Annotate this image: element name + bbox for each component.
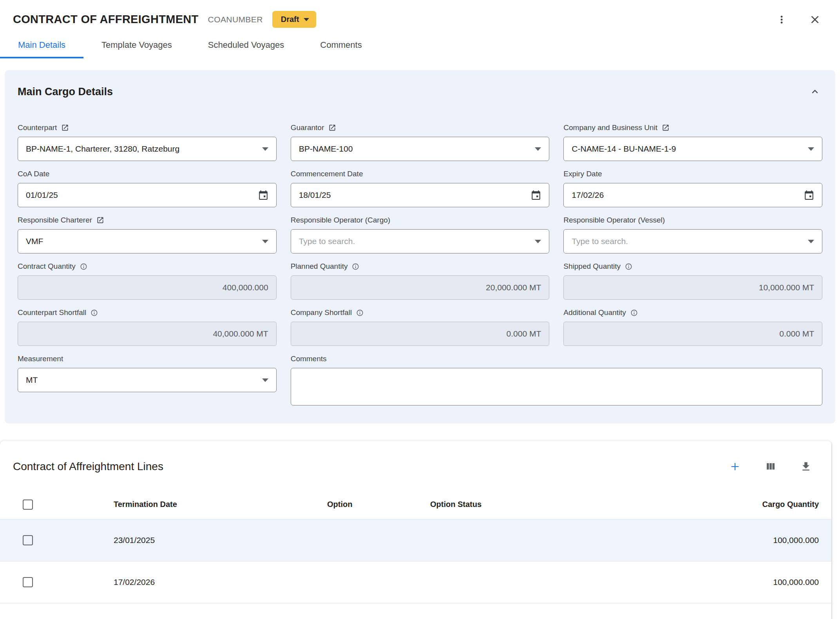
contract-quantity-label: Contract Quantity: [18, 262, 76, 271]
header-actions: [774, 12, 823, 27]
section-header: Main Cargo Details: [18, 84, 822, 99]
measurement-select[interactable]: MT: [18, 368, 277, 392]
info-icon[interactable]: [91, 309, 98, 317]
counterpart-shortfall-value: 40,000.000 MT: [213, 329, 268, 338]
tab-bar: Main Details Template Voyages Scheduled …: [0, 33, 840, 58]
company-shortfall-field: 0.000 MT: [291, 322, 550, 346]
info-icon[interactable]: [352, 263, 359, 270]
external-link-icon[interactable]: [328, 124, 336, 132]
cargo-quantity-cell: 100,000.000: [599, 561, 831, 603]
column-header-termination-date[interactable]: Termination Date: [114, 490, 327, 519]
planned-quantity-value: 20,000.000 MT: [486, 283, 541, 292]
responsible-operator-cargo-label: Responsible Operator (Cargo): [291, 216, 391, 224]
calendar-icon[interactable]: [531, 190, 541, 200]
column-header-cargo-quantity[interactable]: Cargo Quantity: [599, 490, 831, 519]
company-shortfall-value: 0.000 MT: [507, 329, 541, 338]
company-business-unit-select[interactable]: C-NAME-14 - BU-NAME-1-9: [563, 137, 822, 161]
table-header-row: Termination Date Option Option Status Ca…: [0, 490, 831, 519]
expiry-date-input[interactable]: 17/02/26: [563, 183, 822, 207]
commencement-date-label: Commencement Date: [291, 170, 363, 178]
company-shortfall-label: Company Shortfall: [291, 308, 352, 317]
columns-icon: [765, 461, 777, 472]
termination-date-cell: 17/02/2026: [114, 561, 327, 603]
add-line-button[interactable]: [727, 459, 743, 474]
counterpart-value: BP-NAME-1, Charterer, 31280, Ratzeburg: [26, 144, 179, 154]
contract-quantity-field: 400,000.000: [18, 275, 277, 300]
close-icon: [809, 13, 821, 26]
calendar-icon[interactable]: [258, 190, 268, 200]
select-all-checkbox[interactable]: [23, 500, 33, 510]
status-badge[interactable]: Draft: [272, 11, 317, 28]
counterpart-select[interactable]: BP-NAME-1, Charterer, 31280, Ratzeburg: [18, 137, 277, 161]
row-checkbox[interactable]: [23, 535, 33, 545]
status-badge-label: Draft: [281, 15, 299, 24]
termination-date-cell: 23/01/2025: [114, 519, 327, 561]
commencement-date-input[interactable]: 18/01/25: [291, 183, 550, 207]
option-cell: [327, 561, 430, 603]
counterpart-shortfall-field: 40,000.000 MT: [18, 322, 277, 346]
header: CONTRACT OF AFFREIGHTMENT COANUMBER Draf…: [0, 0, 840, 33]
info-icon[interactable]: [625, 263, 632, 270]
chevron-down-icon: [808, 147, 814, 151]
info-icon[interactable]: [80, 263, 87, 270]
table-row[interactable]: 23/01/2025 100,000.000: [0, 519, 831, 561]
chevron-down-icon: [535, 147, 541, 151]
additional-quantity-value: 0.000 MT: [779, 329, 814, 338]
chevron-down-icon: [808, 240, 814, 243]
page-title: CONTRACT OF AFFREIGHTMENT: [13, 13, 199, 26]
more-options-button[interactable]: [774, 12, 789, 27]
option-status-cell: [430, 519, 599, 561]
field-company-shortfall: Company Shortfall 0.000 MT: [291, 308, 550, 346]
option-status-cell: [430, 561, 599, 603]
field-additional-quantity: Additional Quantity 0.000 MT: [563, 308, 822, 346]
collapse-section-button[interactable]: [807, 84, 822, 99]
row-checkbox[interactable]: [23, 577, 33, 587]
field-responsible-operator-vessel: Responsible Operator (Vessel) Type to se…: [563, 216, 822, 253]
tab-scheduled-voyages[interactable]: Scheduled Voyages: [190, 33, 302, 58]
additional-quantity-field: 0.000 MT: [563, 322, 822, 346]
close-button[interactable]: [807, 12, 823, 27]
option-cell: [327, 519, 430, 561]
responsible-charterer-label: Responsible Charterer: [18, 216, 92, 224]
guarantor-select[interactable]: BP-NAME-100: [291, 137, 550, 161]
chevron-down-icon: [304, 18, 309, 21]
external-link-icon[interactable]: [662, 124, 670, 132]
guarantor-label: Guarantor: [291, 123, 324, 132]
counterpart-label: Counterpart: [18, 123, 57, 132]
info-icon[interactable]: [356, 309, 364, 317]
field-expiry-date: Expiry Date 17/02/26: [563, 170, 822, 207]
column-header-option[interactable]: Option: [327, 490, 430, 519]
company-business-unit-label: Company and Business Unit: [563, 123, 657, 132]
shipped-quantity-field: 10,000.000 MT: [563, 275, 822, 300]
comments-label: Comments: [291, 355, 327, 363]
download-button[interactable]: [798, 459, 813, 474]
field-contract-quantity: Contract Quantity 400,000.000: [18, 262, 277, 300]
responsible-operator-cargo-input[interactable]: Type to search.: [291, 229, 550, 253]
main-cargo-details-section: Main Cargo Details Counterpart BP-NAME-1…: [5, 70, 835, 424]
coa-date-input[interactable]: 01/01/25: [18, 183, 277, 207]
responsible-charterer-value: VMF: [26, 237, 43, 246]
responsible-operator-vessel-input[interactable]: Type to search.: [563, 229, 822, 253]
tab-main-details[interactable]: Main Details: [0, 33, 83, 58]
expiry-date-value: 17/02/26: [572, 190, 604, 200]
section-title: Main Cargo Details: [18, 86, 113, 98]
field-comments: Comments: [291, 355, 822, 407]
external-link-icon[interactable]: [96, 216, 104, 224]
column-header-option-status[interactable]: Option Status: [430, 490, 599, 519]
chevron-up-icon: [809, 86, 821, 98]
commencement-date-value: 18/01/25: [299, 190, 331, 200]
calendar-icon[interactable]: [804, 190, 814, 200]
coa-date-value: 01/01/25: [26, 190, 58, 200]
info-icon[interactable]: [630, 309, 638, 317]
measurement-value: MT: [26, 375, 38, 385]
tab-template-voyages[interactable]: Template Voyages: [83, 33, 190, 58]
field-responsible-operator-cargo: Responsible Operator (Cargo) Type to sea…: [291, 216, 550, 253]
comments-textarea[interactable]: [291, 368, 822, 405]
external-link-icon[interactable]: [61, 124, 69, 132]
table-row[interactable]: 17/02/2026 100,000.000: [0, 561, 831, 603]
tab-comments[interactable]: Comments: [302, 33, 380, 58]
column-settings-button[interactable]: [763, 459, 778, 474]
planned-quantity-label: Planned Quantity: [291, 262, 348, 271]
counterpart-shortfall-label: Counterpart Shortfall: [18, 308, 86, 317]
responsible-charterer-select[interactable]: VMF: [18, 229, 277, 253]
